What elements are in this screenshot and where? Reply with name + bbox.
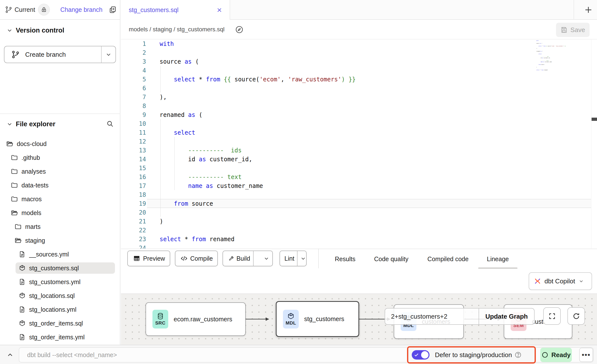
file-tree-item-stg-order-items-yml[interactable]: stg_order_items.yml [0, 330, 120, 344]
update-graph-button[interactable]: Update Graph [479, 308, 535, 325]
chevron-down-icon [578, 278, 584, 284]
minimap[interactable]: 1with23source as (45 select * from {{ so… [536, 40, 568, 74]
close-icon[interactable]: × [217, 6, 222, 14]
new-tab-button[interactable] [580, 0, 597, 20]
lock-icon [41, 7, 47, 13]
tabbar-divider [574, 0, 574, 20]
code-editor[interactable]: 1with23source as (45 select * from {{ so… [121, 39, 597, 249]
file-tree-item-analyses[interactable]: analyses [0, 164, 120, 178]
code-line-23: 23select * from renamed [121, 235, 597, 244]
branch-header: Current Change branch [0, 0, 120, 20]
defer-label: Defer to staging/production [435, 351, 512, 359]
file-tree-item-stg-locations-yml[interactable]: stg_locations.yml [0, 303, 120, 316]
file-tree-item-macros[interactable]: macros [0, 192, 120, 206]
preview-label: Preview [143, 255, 165, 262]
dbt-cloud-ide: Current Change branch Version control Cr… [0, 0, 597, 364]
code-line-13: 13 ---------- ids [121, 146, 597, 155]
folder-icon [11, 195, 18, 203]
defer-toggle[interactable] [412, 350, 429, 360]
folder-icon [14, 223, 22, 230]
file-name: data-tests [21, 182, 49, 189]
file-tree-item-stg-order-items-sql[interactable]: stg_order_items.sql [0, 316, 120, 330]
lineage-canvas[interactable]: SRC ecom.raw_customers MDL stg_customers… [121, 293, 597, 345]
folder-open-icon [11, 209, 18, 217]
tab-title: stg_customers.sql [129, 6, 178, 14]
file-tree-item--github[interactable]: .github [0, 151, 120, 164]
fullscreen-button[interactable] [543, 307, 561, 325]
command-placeholder: dbt build --select <model_name> [27, 351, 117, 359]
file-tree: docs-cloud.githubanalysesdata-testsmacro… [0, 137, 120, 344]
tab-results[interactable]: Results [335, 249, 355, 269]
lint-button[interactable]: Lint [280, 251, 307, 266]
code-line-16: 16 ---------- text [121, 173, 597, 182]
tab-compiled-code[interactable]: Compiled code [428, 249, 469, 269]
code-line-12: 12 [121, 137, 597, 146]
sidebar: Current Change branch Version control Cr… [0, 0, 120, 345]
file-icon [19, 251, 26, 258]
more-options-button[interactable]: ••• [579, 348, 593, 362]
dbt-copilot-button[interactable]: dbt Copilot [529, 272, 592, 290]
file-tree-item-docs-cloud[interactable]: docs-cloud [0, 137, 120, 151]
file-tree-item-models[interactable]: models [0, 206, 120, 220]
create-branch-dropdown[interactable] [102, 46, 115, 63]
breadcrumb-row: models / staging / stg_customers.sql Sav… [121, 20, 597, 39]
code-line-3: 3source as ( [121, 57, 597, 66]
model-icon [19, 292, 26, 299]
dbt-copilot-icon [534, 277, 541, 285]
file-tree-item-stg-customers-yml[interactable]: stg_customers.yml [0, 275, 120, 289]
code-line-15: 15 [121, 164, 597, 173]
file-explorer-title: File explorer [16, 120, 56, 128]
file-tree-item-data-tests[interactable]: data-tests [0, 178, 120, 192]
code-line-17: 17 name as customer_name [121, 182, 597, 190]
file-tree-item-stg-locations-sql[interactable]: stg_locations.sql [0, 289, 120, 303]
file-tree-item--sources-yml[interactable]: __sources.yml [0, 247, 120, 261]
save-button[interactable]: Save [556, 23, 590, 37]
preview-button[interactable]: Preview [127, 251, 170, 266]
folder-icon [11, 168, 18, 175]
scrollbar-thumb[interactable] [592, 118, 597, 121]
search-icon[interactable] [106, 120, 114, 128]
refresh-button[interactable] [567, 307, 585, 325]
lineage-selector-input[interactable]: 2+stg_customers+2 [385, 308, 479, 325]
indent-guide [160, 66, 161, 92]
chevron-down-icon [6, 121, 13, 127]
code-line-20: 20 [121, 208, 597, 217]
copy-icon[interactable] [109, 6, 117, 14]
indent-guide [174, 137, 175, 190]
create-branch-button[interactable]: Create branch [4, 46, 116, 63]
file-explorer-section[interactable]: File explorer [0, 118, 120, 130]
lineage-node-stg-customers[interactable]: MDL stg_customers [276, 301, 359, 337]
lint-dropdown[interactable] [300, 255, 306, 261]
code-line-18: 18 [121, 190, 597, 199]
build-button[interactable]: Build [223, 251, 273, 266]
current-branch-label: Current [15, 6, 35, 13]
editor-right-divider [591, 39, 591, 249]
wrench-icon [228, 255, 233, 262]
main-pane: stg_customers.sql × models / staging / s… [121, 0, 597, 345]
build-dropdown[interactable] [258, 255, 272, 261]
lineage-node-source[interactable]: SRC ecom.raw_customers [146, 302, 246, 336]
file-tree-item-marts[interactable]: marts [0, 220, 120, 234]
node-label: ecom.raw_customers [174, 316, 232, 323]
help-icon[interactable] [514, 351, 522, 359]
file-name: __sources.yml [29, 251, 69, 258]
tab-stg-customers[interactable]: stg_customers.sql × [121, 0, 230, 20]
file-icon [19, 306, 26, 313]
model-icon [19, 265, 26, 272]
compile-button[interactable]: Compile [175, 251, 218, 266]
ready-label: Ready [551, 351, 571, 359]
status-bar: dbt build --select <model_name> Defer to… [0, 345, 597, 364]
explore-icon[interactable] [235, 25, 244, 34]
chevron-down-icon [6, 27, 13, 34]
tab-lineage[interactable]: Lineage [487, 249, 509, 269]
file-tree-item-staging[interactable]: staging [0, 234, 120, 247]
database-icon [157, 312, 164, 320]
file-tree-item-stg-customers-sql[interactable]: stg_customers.sql [0, 261, 120, 275]
file-icon [19, 278, 26, 285]
tab-code-quality[interactable]: Code quality [374, 249, 409, 269]
code-icon [180, 255, 188, 262]
change-branch-link[interactable]: Change branch [60, 6, 102, 13]
file-name: staging [25, 237, 45, 244]
chevron-up-icon[interactable] [6, 351, 14, 359]
version-control-section[interactable]: Version control [0, 25, 120, 36]
